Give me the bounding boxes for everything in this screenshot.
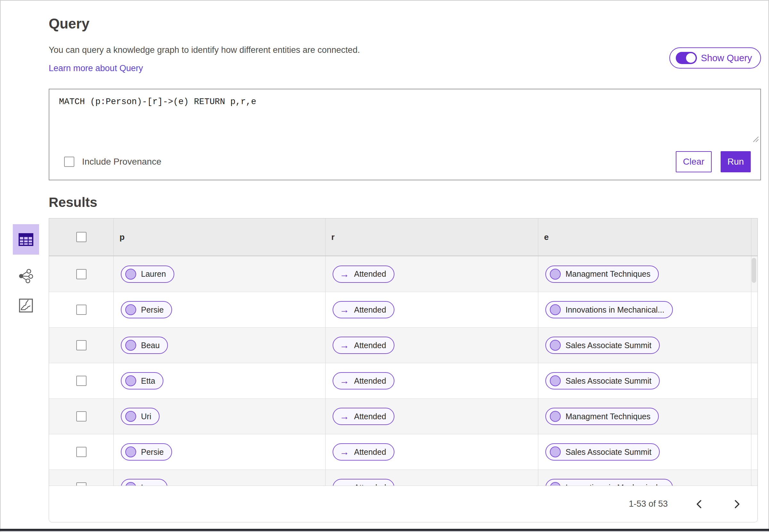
- select-all-checkbox[interactable]: [76, 232, 86, 242]
- row-relation[interactable]: → Attended: [332, 337, 395, 354]
- table-rows: Lauren → Attended Managment Techniques P…: [49, 256, 757, 486]
- results-title: Results: [49, 196, 761, 209]
- clear-button[interactable]: Clear: [676, 151, 712, 172]
- entity-node-icon: [550, 304, 561, 315]
- entity-node-icon: [550, 340, 561, 351]
- relation-label: Attended: [354, 447, 386, 457]
- relation-label: Attended: [354, 269, 386, 279]
- row-entity-e[interactable]: Sales Associate Summit: [545, 337, 660, 354]
- table-view-button[interactable]: [13, 224, 39, 255]
- query-input[interactable]: MATCH (p:Person)-[r]->(e) RETURN p,r,e: [49, 89, 760, 144]
- row-checkbox[interactable]: [76, 482, 86, 486]
- row-relation[interactable]: → Attended: [332, 479, 395, 486]
- relation-arrow-icon: →: [339, 269, 349, 279]
- window-bottom-edge: [0, 529, 769, 531]
- cell-p: Persie: [113, 434, 325, 470]
- row-entity-e[interactable]: Managment Techniques: [545, 266, 659, 283]
- row-checkbox[interactable]: [76, 447, 86, 457]
- run-button[interactable]: Run: [721, 151, 751, 172]
- row-relation[interactable]: → Attended: [332, 266, 395, 283]
- entity-label: Sales Associate Summit: [566, 376, 651, 386]
- entity-node-icon: [125, 375, 136, 386]
- column-header-r: r: [325, 218, 538, 256]
- map-view-button[interactable]: [13, 298, 39, 314]
- table-row[interactable]: Persie → Attended Innovations in Mechani…: [49, 292, 757, 327]
- entity-label: Uri: [141, 412, 151, 421]
- relation-arrow-icon: →: [339, 412, 349, 421]
- learn-more-link[interactable]: Learn more about Query: [49, 63, 143, 73]
- next-page-button[interactable]: [731, 498, 743, 511]
- relation-label: Attended: [354, 483, 386, 486]
- row-entity-p[interactable]: Lauren: [121, 266, 174, 283]
- row-relation[interactable]: → Attended: [332, 408, 395, 425]
- table-row[interactable]: Larry → Attended Innovations in Mechanic…: [49, 470, 757, 486]
- query-actions-bar: Include Provenance Clear Run: [49, 144, 760, 180]
- row-entity-p[interactable]: Larry: [121, 479, 168, 486]
- result-view-switcher: [13, 224, 39, 314]
- table-view-icon: [18, 233, 34, 246]
- table-row[interactable]: Lauren → Attended Managment Techniques: [49, 256, 757, 292]
- table-row[interactable]: Beau → Attended Sales Associate Summit: [49, 327, 757, 363]
- toggle-knob: [686, 53, 696, 63]
- resize-handle-icon[interactable]: [752, 135, 759, 142]
- entity-node-icon: [550, 482, 561, 486]
- results-table: p r e Lauren → Attended Mana: [49, 218, 758, 522]
- row-checkbox[interactable]: [76, 376, 86, 386]
- network-view-button[interactable]: [13, 268, 39, 284]
- entity-label: Sales Associate Summit: [566, 341, 651, 350]
- row-checkbox[interactable]: [76, 269, 86, 279]
- table-row[interactable]: Persie → Attended Sales Associate Summit: [49, 434, 757, 470]
- relation-label: Attended: [354, 341, 386, 350]
- row-relation[interactable]: → Attended: [332, 372, 395, 389]
- entity-label: Innovations in Mechanical...: [566, 483, 665, 486]
- row-entity-e[interactable]: Sales Associate Summit: [545, 372, 660, 389]
- row-scrollbar-spacer: [751, 328, 757, 363]
- row-entity-e[interactable]: Innovations in Mechanical...: [545, 479, 673, 486]
- entity-label: Persie: [141, 305, 164, 315]
- row-scrollbar-spacer: [751, 470, 757, 486]
- include-provenance-checkbox[interactable]: [64, 157, 74, 167]
- relation-arrow-icon: →: [339, 483, 349, 486]
- cell-p: Lauren: [113, 256, 325, 292]
- cell-p: Uri: [113, 399, 325, 434]
- relation-label: Attended: [354, 376, 386, 386]
- chevron-left-icon: [695, 499, 703, 509]
- entity-node-icon: [550, 375, 561, 386]
- row-relation[interactable]: → Attended: [332, 443, 395, 461]
- row-checkbox[interactable]: [76, 305, 86, 315]
- row-entity-p[interactable]: Persie: [121, 301, 172, 318]
- entity-label: Persie: [141, 447, 164, 457]
- toggle-on-icon[interactable]: [676, 52, 697, 64]
- table-row[interactable]: Uri → Attended Managment Techniques: [49, 398, 757, 434]
- row-checkbox[interactable]: [76, 411, 86, 422]
- show-query-toggle[interactable]: Show Query: [669, 47, 761, 69]
- row-checkbox[interactable]: [76, 340, 86, 350]
- row-relation[interactable]: → Attended: [332, 301, 395, 318]
- entity-node-icon: [125, 340, 136, 351]
- row-entity-p[interactable]: Beau: [121, 337, 168, 354]
- table-row[interactable]: Etta → Attended Sales Associate Summit: [49, 363, 757, 398]
- include-provenance-option[interactable]: Include Provenance: [64, 157, 161, 167]
- cell-r: → Attended: [325, 399, 538, 434]
- row-entity-e[interactable]: Managment Techniques: [545, 408, 659, 425]
- row-select-cell: [49, 328, 113, 363]
- row-entity-e[interactable]: Sales Associate Summit: [545, 443, 660, 461]
- entity-label: Beau: [141, 341, 159, 350]
- row-entity-p[interactable]: Persie: [121, 443, 172, 461]
- cell-r: → Attended: [325, 292, 538, 327]
- cell-r: → Attended: [325, 363, 538, 398]
- cell-e: Sales Associate Summit: [538, 363, 751, 398]
- relation-arrow-icon: →: [339, 305, 349, 315]
- entity-node-icon: [125, 482, 136, 486]
- row-entity-e[interactable]: Innovations in Mechanical...: [545, 301, 673, 318]
- cell-r: → Attended: [325, 328, 538, 363]
- row-entity-p[interactable]: Uri: [121, 408, 159, 425]
- table-header-row: p r e: [49, 218, 757, 256]
- relation-label: Attended: [354, 305, 386, 315]
- previous-page-button[interactable]: [693, 498, 706, 511]
- row-scrollbar-spacer: [751, 363, 757, 398]
- row-entity-p[interactable]: Etta: [121, 372, 163, 389]
- row-scrollbar-spacer: [751, 292, 757, 327]
- entity-label: Managment Techniques: [566, 269, 650, 279]
- vertical-scrollbar[interactable]: [752, 258, 756, 283]
